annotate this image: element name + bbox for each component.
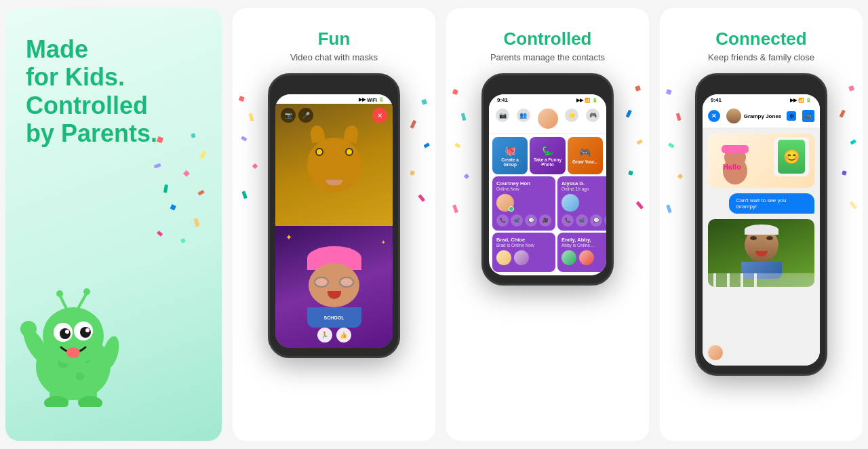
grid-item-grow[interactable]: 🎮 Grow Your...: [568, 137, 603, 174]
grid-item-group-label: Create a Group: [495, 157, 525, 167]
kid-face-top: [307, 138, 361, 192]
grampy-info: Grampy Jones: [744, 113, 782, 119]
grampy-mouth: [755, 251, 768, 256]
svg-rect-35: [249, 113, 254, 121]
contact-card-1[interactable]: Courtney Hori Online Now 📞 📹 💬 🎥: [492, 176, 555, 231]
svg-rect-43: [418, 194, 425, 202]
phone-screen-3: 9:41 ▶▶📶🔋 📷 👥 ⭐ 🎮 🐙 Create a Group: [489, 94, 606, 275]
ear-left: [309, 124, 325, 143]
card-2-title: Fun: [318, 28, 351, 50]
time-3: 9:41: [497, 97, 508, 103]
svg-rect-41: [424, 142, 430, 148]
svg-rect-4: [183, 170, 190, 177]
like-icon[interactable]: 👍: [336, 328, 351, 343]
svg-rect-62: [842, 170, 846, 175]
svg-rect-47: [464, 174, 469, 179]
confetti-left-3: [450, 76, 473, 248]
call-btn-2[interactable]: 📞: [561, 214, 574, 227]
svg-rect-10: [180, 238, 186, 243]
cam-btn-2[interactable]: 🎥: [604, 214, 606, 227]
run-icon[interactable]: 🏃: [317, 328, 332, 343]
svg-rect-0: [157, 136, 163, 143]
contact-3-status: Brad is Online Now: [496, 243, 551, 248]
kid-avatar-chat: 😊: [778, 140, 805, 174]
svg-rect-66: [722, 145, 749, 153]
video-controls: 🏃 👍: [317, 328, 351, 343]
svg-point-21: [85, 328, 90, 332]
grampy-hair: [745, 224, 778, 235]
svg-rect-44: [452, 89, 458, 95]
confetti-right-3: [622, 76, 646, 248]
svg-rect-57: [677, 174, 683, 179]
svg-line-32: [79, 293, 87, 307]
phone-screen-4: 9:41 ▶▶📶🔋 ✕ Grampy Jones ⚙ 📹: [703, 94, 820, 366]
contact-1-actions: 📞 📹 💬 🎥: [496, 214, 551, 227]
settings-icon[interactable]: ⚙: [787, 111, 796, 121]
phone-mockup-2: ▶▶WiFi🔋 📷 🎤 ✕: [268, 73, 400, 358]
contact-card-3[interactable]: Brad, Chloe Brad is Online Now: [492, 233, 555, 272]
phone-screen-2: ▶▶WiFi🔋 📷 🎤 ✕: [275, 94, 393, 348]
time-4: 9:41: [711, 97, 722, 103]
svg-rect-49: [635, 85, 641, 92]
phone-mockup-3: 9:41 ▶▶📶🔋 📷 👥 ⭐ 🎮 🐙 Create a Group: [481, 73, 614, 286]
grampy-eye-right: [766, 236, 773, 240]
chat-contact-info: Grampy Jones ⚙: [726, 109, 797, 123]
hello-sticker: Hello 😊: [708, 134, 814, 188]
grid-item-photo[interactable]: 🦕 Take a Funny Photo: [530, 137, 565, 174]
camera-nav-icon[interactable]: 📷: [496, 109, 509, 122]
call-btn-1[interactable]: 📞: [496, 214, 509, 227]
svg-point-19: [80, 327, 91, 338]
svg-rect-40: [410, 120, 417, 129]
contact-3-avatars: [496, 250, 551, 265]
svg-rect-37: [252, 163, 258, 169]
contact-2-name: Alyssa G.: [561, 180, 606, 187]
contact-4-avatar-a: [561, 250, 576, 265]
status-bar-2: ▶▶WiFi🔋: [275, 94, 393, 104]
svg-rect-7: [170, 204, 176, 210]
fence-post: [754, 273, 757, 287]
msg-btn-1[interactable]: 💬: [525, 214, 537, 227]
svg-rect-5: [163, 184, 168, 193]
people-nav-icon[interactable]: 👥: [517, 109, 530, 122]
svg-rect-45: [461, 113, 467, 121]
face: [309, 263, 359, 307]
svg-rect-63: [850, 201, 858, 209]
camera-icon[interactable]: 📷: [281, 108, 296, 123]
contact-3-avatar-b: [514, 250, 529, 265]
grampy-face: [741, 228, 782, 279]
end-call-btn[interactable]: ✕: [372, 108, 387, 123]
video-btn-2[interactable]: 📹: [576, 214, 588, 227]
svg-rect-8: [194, 218, 200, 227]
svg-rect-39: [421, 99, 427, 105]
status-icons-4: ▶▶📶🔋: [790, 98, 812, 103]
video-btn-1[interactable]: 📹: [511, 214, 523, 227]
mic-icon[interactable]: 🎤: [298, 108, 313, 123]
video-call-btn[interactable]: 📹: [802, 110, 814, 122]
fence-post: [713, 273, 716, 287]
grid-item-group[interactable]: 🐙 Create a Group: [492, 137, 528, 174]
card-3-title: Controlled: [504, 28, 592, 50]
ear-right: [342, 124, 359, 143]
profile-nav-icon[interactable]: [538, 109, 558, 129]
contact-card-4[interactable]: Emily, Abby, Abby is Online...: [557, 233, 606, 272]
cam-btn-1[interactable]: 🎥: [539, 214, 551, 227]
card-4-title: Connected: [715, 28, 806, 50]
glasses-l: [314, 277, 329, 288]
contact-2-status: Online 1h ago: [561, 187, 606, 191]
chat-header: ✕ Grampy Jones ⚙ 📹: [703, 104, 820, 128]
svg-rect-50: [626, 110, 632, 118]
contact-1-status: Online Now: [496, 187, 551, 191]
more-nav-icon[interactable]: 🎮: [586, 109, 599, 122]
grid-item-photo-label: Take a Funny Photo: [532, 157, 562, 167]
chat-message-bubble: Can't wait to see you Grampy!: [729, 193, 814, 214]
svg-rect-48: [452, 204, 458, 213]
star-nav-icon[interactable]: ⭐: [565, 109, 578, 122]
confetti-right-4: [835, 76, 859, 248]
grid-item-grow-label: Grow Your...: [572, 159, 598, 164]
status-icons-3: ▶▶📶🔋: [576, 98, 598, 103]
svg-rect-59: [848, 85, 854, 92]
msg-btn-2[interactable]: 💬: [590, 214, 602, 227]
kid-face-bottom: SCHOOL: [307, 246, 361, 328]
contact-card-2[interactable]: Alyssa G. Online 1h ago 📞 📹 💬 🎥: [557, 176, 606, 231]
close-chat-btn[interactable]: ✕: [708, 110, 720, 122]
